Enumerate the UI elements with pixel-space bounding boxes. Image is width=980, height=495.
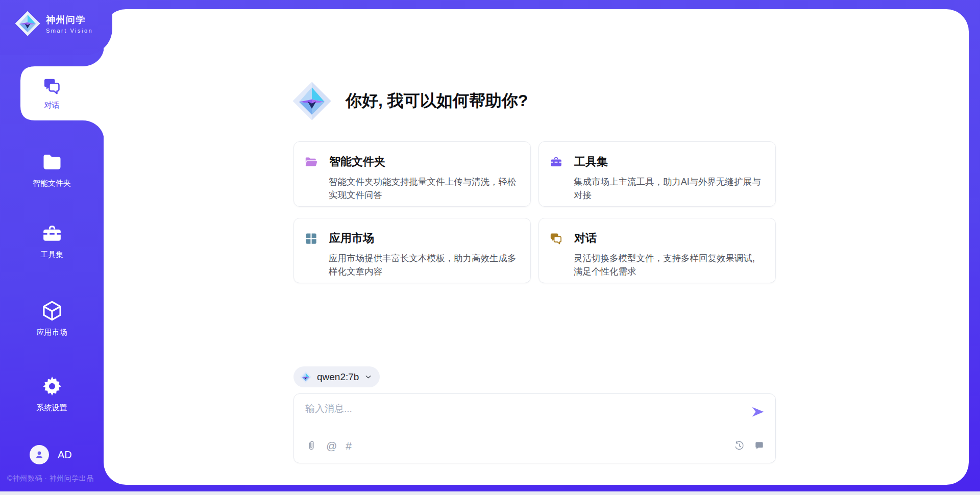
card-description: 应用市场提供丰富长文本模板，助力高效生成多样化文章内容 — [329, 252, 521, 279]
send-icon — [750, 404, 766, 419]
app-root: { "brand": { "title": "神州问学", "subtitle"… — [0, 0, 980, 495]
avatar — [30, 445, 49, 464]
sidebar-item-label: 对话 — [44, 101, 60, 110]
feature-card-tools[interactable]: 工具集 集成市场上主流工具，助力AI与外界无缝扩展与对接 — [538, 141, 776, 207]
chat-icon — [42, 77, 62, 96]
greeting-title: 你好, 我可以如何帮助你? — [346, 90, 528, 112]
sidebar-item-tools[interactable]: 工具集 — [0, 222, 104, 260]
composer-toolbar-right — [733, 440, 765, 452]
model-selector[interactable]: qwen2:7b — [293, 366, 380, 387]
user-account[interactable]: AD — [30, 445, 72, 464]
user-initials: AD — [58, 449, 72, 461]
briefcase-icon — [41, 222, 63, 245]
feature-card-market[interactable]: 应用市场 应用市场提供丰富长文本模板，助力高效生成多样化文章内容 — [293, 218, 531, 283]
feature-card-chat[interactable]: 对话 灵活切换多模型文件，支持多样回复效果调试, 满足个性化需求 — [538, 218, 776, 283]
gear-icon — [40, 375, 64, 398]
sidebar-item-label: 智能文件夹 — [0, 179, 104, 188]
composer-toolbar-left: @ # — [305, 440, 352, 452]
chat-icon — [549, 232, 563, 245]
grid-icon — [304, 232, 318, 245]
brand-block: 神州问学 Smart Vision — [14, 10, 93, 37]
briefcase-icon — [549, 155, 563, 169]
sidebar-item-market[interactable]: 应用市场 — [0, 299, 104, 337]
person-icon — [34, 449, 45, 460]
card-title: 智能文件夹 — [329, 154, 385, 169]
composer-divider — [304, 433, 765, 433]
chat-bubble-icon[interactable] — [753, 440, 765, 452]
send-button[interactable] — [750, 404, 766, 420]
feature-cards: 智能文件夹 智能文件夹功能支持批量文件上传与清洗，轻松实现文件问答 工具集 集成… — [293, 141, 776, 283]
sidebar-item-label: 工具集 — [0, 250, 104, 260]
folder-icon — [41, 151, 63, 174]
card-title: 应用市场 — [329, 231, 374, 246]
message-composer: @ # — [293, 393, 776, 463]
message-input[interactable] — [305, 402, 729, 428]
brand-subtitle: Smart Vision — [46, 28, 93, 34]
sidebar-footer-credit: ©神州数码 · 神州问学出品 — [7, 474, 94, 483]
model-diamond-icon — [300, 371, 312, 383]
card-description: 集成市场上主流工具，助力AI与外界无缝扩展与对接 — [574, 175, 766, 202]
sidebar-item-label: 应用市场 — [0, 328, 104, 337]
sidebar-item-settings[interactable]: 系统设置 — [0, 375, 104, 413]
history-icon[interactable] — [733, 440, 745, 452]
feature-card-folders[interactable]: 智能文件夹 智能文件夹功能支持批量文件上传与清洗，轻松实现文件问答 — [293, 141, 531, 207]
sidebar-item-folders[interactable]: 智能文件夹 — [0, 151, 104, 188]
cube-icon — [40, 299, 64, 323]
at-mention-icon[interactable]: @ — [326, 440, 337, 452]
card-title: 工具集 — [574, 154, 608, 169]
card-title: 对话 — [574, 231, 597, 246]
model-name: qwen2:7b — [317, 372, 359, 383]
window-bottom-edge — [0, 491, 980, 495]
folder-icon — [304, 155, 318, 169]
sidebar-item-label: 系统设置 — [0, 403, 104, 413]
greeting-block: 你好, 我可以如何帮助你? — [291, 80, 528, 122]
brand-diamond-logo — [291, 80, 332, 122]
attachment-icon[interactable] — [305, 440, 317, 452]
card-description: 智能文件夹功能支持批量文件上传与清洗，轻松实现文件问答 — [329, 175, 521, 202]
brand-title: 神州问学 — [46, 14, 93, 26]
chevron-down-icon — [364, 373, 373, 381]
brand-diamond-logo-small — [14, 10, 41, 37]
sidebar-item-chat[interactable]: 对话 — [0, 66, 104, 120]
card-description: 灵活切换多模型文件，支持多样回复效果调试, 满足个性化需求 — [574, 252, 766, 279]
hash-topic-icon[interactable]: # — [346, 440, 352, 452]
main-content-panel: 你好, 我可以如何帮助你? 智能文件夹 智能文件夹功能支持批量文件上传与清洗，轻… — [104, 9, 969, 485]
